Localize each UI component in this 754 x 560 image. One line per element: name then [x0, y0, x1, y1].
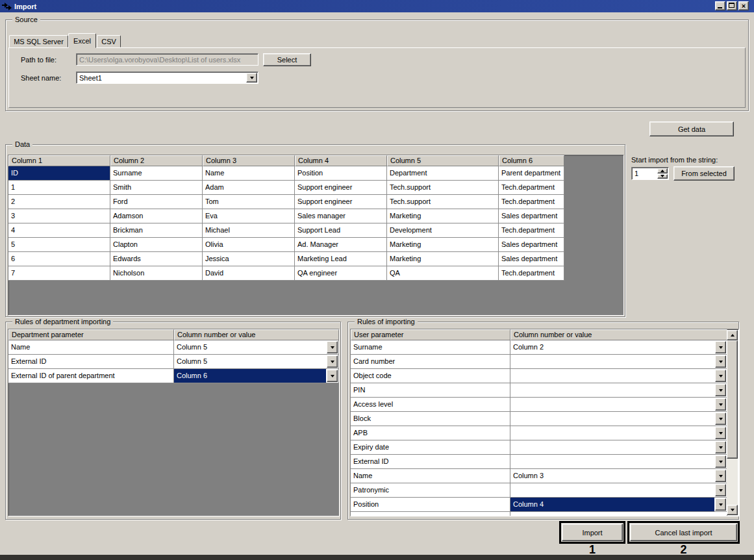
parameter-cell[interactable]: Access level: [351, 398, 510, 412]
table-cell[interactable]: Adamson: [110, 209, 203, 223]
scroll-up-button[interactable]: [727, 330, 738, 340]
table-cell[interactable]: Sales department: [499, 209, 564, 223]
value-cell[interactable]: Column 3: [510, 469, 727, 483]
tab-csv[interactable]: CSV: [97, 35, 121, 47]
column-header[interactable]: Department parameter: [8, 329, 174, 340]
table-cell[interactable]: Support engineer: [295, 181, 387, 195]
column-header[interactable]: Column 1: [8, 155, 110, 166]
table-cell[interactable]: 3: [8, 209, 110, 223]
minimize-button[interactable]: [715, 1, 725, 10]
table-cell[interactable]: Jessica: [203, 252, 295, 266]
table-cell[interactable]: Department: [387, 166, 499, 181]
table-cell[interactable]: Adam: [203, 181, 295, 195]
scroll-down-button[interactable]: [727, 505, 738, 515]
parameter-cell[interactable]: Position: [351, 498, 510, 512]
table-cell[interactable]: Eva: [203, 209, 295, 223]
table-cell[interactable]: Brickman: [110, 223, 203, 238]
table-cell[interactable]: 4: [8, 223, 110, 238]
table-cell[interactable]: 5: [8, 238, 110, 252]
table-cell[interactable]: Edwards: [110, 252, 203, 266]
value-cell[interactable]: [510, 412, 727, 426]
table-cell[interactable]: 1: [8, 181, 110, 195]
table-cell[interactable]: Marketing: [387, 252, 499, 266]
value-cell[interactable]: [510, 512, 727, 516]
column-header[interactable]: Column 4: [295, 155, 387, 166]
cancel-last-import-button[interactable]: Cancel last import: [630, 524, 737, 541]
table-cell[interactable]: Support engineer: [295, 195, 387, 209]
close-button[interactable]: ×: [738, 1, 749, 10]
value-cell[interactable]: [510, 440, 727, 455]
value-cell[interactable]: Column 6: [174, 369, 339, 383]
maximize-button[interactable]: [727, 1, 737, 10]
table-cell[interactable]: Support Lead: [295, 223, 387, 238]
spinner-down-button[interactable]: [657, 174, 668, 179]
table-cell[interactable]: Surname: [110, 166, 203, 181]
dropdown-button[interactable]: [715, 384, 726, 396]
dropdown-button[interactable]: [327, 341, 338, 353]
parameter-cell[interactable]: PIN: [351, 383, 510, 398]
table-cell[interactable]: QA: [387, 266, 499, 281]
dropdown-button[interactable]: [246, 73, 257, 83]
table-cell[interactable]: Ad. Manager: [295, 238, 387, 252]
table-cell[interactable]: Tech.department: [499, 266, 564, 281]
column-header[interactable]: Column 5: [387, 155, 499, 166]
table-cell[interactable]: Marketing: [387, 209, 499, 223]
dropdown-button[interactable]: [715, 355, 726, 368]
vertical-scrollbar[interactable]: [727, 330, 738, 515]
get-data-button[interactable]: Get data: [649, 121, 734, 136]
start-row-spinner[interactable]: 1: [631, 167, 669, 180]
parameter-cell[interactable]: External ID of parent department: [8, 369, 174, 383]
value-cell[interactable]: [510, 383, 727, 398]
value-cell[interactable]: Column 5: [174, 355, 339, 369]
table-cell[interactable]: Tech.support: [387, 195, 499, 209]
table-cell[interactable]: Position: [295, 166, 387, 181]
dropdown-button[interactable]: [715, 498, 726, 511]
table-cell[interactable]: 2: [8, 195, 110, 209]
column-header[interactable]: Column number or value: [510, 329, 727, 340]
parameter-cell[interactable]: Name: [351, 469, 510, 483]
table-cell[interactable]: Sales department: [499, 238, 564, 252]
column-header[interactable]: Column 6: [499, 155, 564, 166]
parameter-cell[interactable]: Patronymic: [351, 483, 510, 498]
parameter-cell[interactable]: APB: [351, 426, 510, 440]
table-cell[interactable]: Tech.support: [387, 181, 499, 195]
value-cell[interactable]: [510, 483, 727, 498]
parameter-cell[interactable]: [351, 512, 510, 516]
table-cell[interactable]: Sales manager: [295, 209, 387, 223]
parameter-cell[interactable]: Object code: [351, 369, 510, 383]
dropdown-button[interactable]: [715, 441, 726, 453]
dropdown-button[interactable]: [715, 470, 726, 482]
dropdown-button[interactable]: [327, 355, 338, 368]
table-cell[interactable]: 7: [8, 266, 110, 281]
select-button[interactable]: Select: [263, 53, 311, 66]
table-cell[interactable]: 6: [8, 252, 110, 266]
from-selected-button[interactable]: From selected: [673, 166, 735, 181]
dropdown-button[interactable]: [715, 484, 726, 496]
parameter-cell[interactable]: External ID: [8, 355, 174, 369]
table-cell[interactable]: David: [203, 266, 295, 281]
parameter-cell[interactable]: Expiry date: [351, 440, 510, 455]
dropdown-button[interactable]: [715, 370, 726, 382]
dropdown-button[interactable]: [715, 341, 726, 353]
value-cell[interactable]: Column 2: [510, 340, 727, 355]
table-cell[interactable]: Michael: [203, 223, 295, 238]
value-cell[interactable]: [510, 426, 727, 440]
table-cell[interactable]: Marketing: [387, 238, 499, 252]
table-cell[interactable]: Parent department: [499, 166, 564, 181]
table-cell[interactable]: Tom: [203, 195, 295, 209]
value-cell[interactable]: [510, 355, 727, 369]
column-header[interactable]: Column number or value: [174, 329, 339, 340]
spinner-up-button[interactable]: [657, 168, 668, 173]
table-cell[interactable]: Ford: [110, 195, 203, 209]
dropdown-button[interactable]: [715, 427, 726, 439]
table-cell[interactable]: Sales department: [499, 252, 564, 266]
table-cell[interactable]: QA engineer: [295, 266, 387, 281]
column-header[interactable]: Column 2: [110, 155, 203, 166]
parameter-cell[interactable]: Block: [351, 412, 510, 426]
column-header[interactable]: Column 3: [203, 155, 295, 166]
table-cell[interactable]: Clapton: [110, 238, 203, 252]
table-cell[interactable]: Tech.department: [499, 195, 564, 209]
parameter-cell[interactable]: Name: [8, 340, 174, 355]
dropdown-button[interactable]: [715, 413, 726, 425]
table-cell[interactable]: Nicholson: [110, 266, 203, 281]
